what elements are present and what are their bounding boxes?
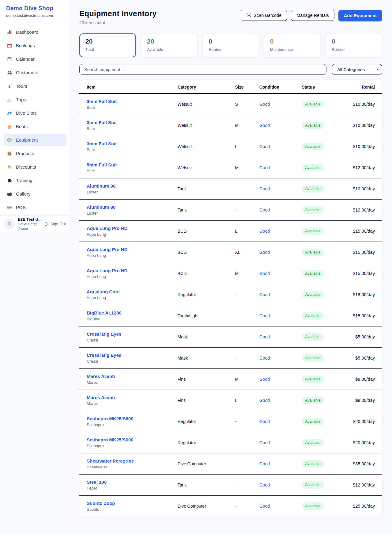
condition-link[interactable]: Good (259, 208, 270, 212)
item-name-link[interactable]: Cressi Big Eyes (87, 353, 163, 358)
status-badge: Available (302, 206, 324, 214)
condition-link[interactable]: Good (259, 313, 270, 318)
item-name-link[interactable]: BigBlue AL1200 (87, 310, 163, 315)
condition-link[interactable]: Good (259, 165, 270, 170)
table-row: 3mm Full Suit Bare Wetsuit S Good Availa… (79, 93, 382, 115)
item-name-link[interactable]: Mares Avanti (87, 374, 163, 379)
stat-card-maintenance[interactable]: 0 Maintenance (264, 33, 321, 57)
condition-link[interactable]: Good (259, 398, 270, 403)
condition-link[interactable]: Good (259, 461, 270, 466)
sidebar-item-label: Customers (16, 70, 38, 75)
sidebar-item-label: Calendar (16, 56, 35, 62)
item-name-link[interactable]: Aqua Lung Pro HD (87, 268, 163, 273)
stat-maintenance-label: Maintenance (270, 47, 315, 52)
sidebar-item-calendar[interactable]: Calendar (4, 53, 66, 65)
category-select[interactable]: All Categories (332, 64, 382, 75)
table-row: Scubapro MK25/S600 Scubapro Regulator - … (79, 432, 382, 453)
sidebar-item-boats[interactable]: Boats (4, 120, 66, 132)
stat-total-value: 20 (85, 38, 130, 45)
sidebar-item-pos[interactable]: POS (4, 201, 66, 213)
condition-link[interactable]: Good (259, 356, 270, 360)
condition-link[interactable]: Good (259, 377, 270, 382)
item-brand: Aqua Lung (87, 274, 163, 279)
item-category: Fins (170, 390, 228, 411)
table-row: Scubapro MK25/S600 Scubapro Regulator - … (79, 411, 382, 432)
scan-barcode-button[interactable]: Scan Barcode (241, 10, 287, 21)
item-name-link[interactable]: Cressi Big Eyes (87, 331, 163, 337)
sidebar-item-dashboard[interactable]: Dashboard (4, 26, 66, 38)
item-name-link[interactable]: Aqua Lung Pro HD (87, 226, 163, 231)
item-size: - (228, 474, 252, 495)
status-badge: Available (302, 333, 324, 341)
item-category: Torch/Light (170, 305, 228, 326)
item-name-link[interactable]: 3mm Full Suit (87, 141, 163, 146)
sidebar-item-bookings[interactable]: 17 Bookings (4, 40, 66, 51)
status-badge: Available (302, 439, 324, 446)
condition-link[interactable]: Good (259, 292, 270, 297)
item-name-link[interactable]: Aqua Lung Pro HD (87, 247, 163, 252)
item-category: Wetsuit (170, 136, 228, 157)
add-equipment-button[interactable]: Add Equipment (338, 10, 382, 21)
item-name-link[interactable]: Aluminum 80 (87, 183, 163, 189)
sidebar-item-label: Training (16, 178, 32, 183)
search-input[interactable] (79, 64, 326, 75)
sidebar-item-training[interactable]: Training (4, 174, 66, 186)
item-name-link[interactable]: 3mm Full Suit (87, 99, 163, 104)
condition-link[interactable]: Good (259, 102, 270, 107)
condition-link[interactable]: Good (259, 144, 270, 149)
item-name-link[interactable]: Mares Avanti (87, 395, 163, 400)
speedboat-icon (7, 97, 12, 102)
item-name-link[interactable]: Steel 100 (87, 479, 163, 485)
item-category: Mask (170, 347, 228, 368)
sidebar-item-customers[interactable]: Customers (4, 67, 66, 78)
item-size: L (228, 390, 252, 411)
item-name-link[interactable]: Shearwater Peregrine (87, 458, 163, 463)
item-name-link[interactable]: 5mm Full Suit (87, 162, 163, 167)
status-badge: Available (302, 502, 324, 510)
item-brand: Luxfer (87, 190, 163, 194)
sidebar-item-gallery[interactable]: Gallery (4, 188, 66, 200)
item-name-link[interactable]: Scubapro MK25/S600 (87, 416, 163, 421)
item-name-link[interactable]: Aqualung Core (87, 289, 163, 294)
customers-icon (7, 70, 12, 75)
sidebar-item-trips[interactable]: Trips (4, 93, 66, 105)
condition-link[interactable]: Good (259, 123, 270, 128)
stat-card-total[interactable]: 20 Total (79, 33, 136, 57)
stat-card-retired[interactable]: 0 Retired (326, 33, 382, 57)
sidebar-item-products[interactable]: Products (4, 147, 66, 159)
sidebar-item-tours[interactable]: Tours (4, 80, 66, 92)
sidebar-item-equipment[interactable]: Equipment (4, 134, 66, 146)
condition-link[interactable]: Good (259, 483, 270, 487)
stat-maintenance-value: 0 (270, 38, 315, 45)
stat-card-rented[interactable]: 0 Rented (202, 33, 259, 57)
stat-card-available[interactable]: 20 Available (141, 33, 198, 57)
sidebar-item-discounts[interactable]: Discounts (4, 161, 66, 173)
item-size: - (228, 326, 252, 347)
sidebar-item-dive-sites[interactable]: Dive Sites (4, 107, 66, 119)
item-size: XL (228, 242, 252, 263)
condition-link[interactable]: Good (259, 419, 270, 424)
condition-link[interactable]: Good (259, 229, 270, 234)
sign-out-button[interactable]: Sign Out (44, 222, 66, 226)
user-email: e2e-tester@... (18, 222, 41, 226)
manage-rentals-button[interactable]: Manage Rentals (291, 10, 334, 21)
status-badge: Available (302, 481, 324, 489)
item-name-link[interactable]: 3mm Full Suit (87, 120, 163, 125)
item-name-link[interactable]: Scubapro MK25/S600 (87, 437, 163, 442)
condition-link[interactable]: Good (259, 504, 270, 509)
item-name-link[interactable]: Aluminum 80 (87, 204, 163, 210)
condition-link[interactable]: Good (259, 186, 270, 191)
item-rental-rate: $10.00/day (340, 199, 383, 220)
item-name-link[interactable]: Suunto Zoop (87, 501, 163, 506)
item-size: - (228, 199, 252, 220)
condition-link[interactable]: Good (259, 271, 270, 276)
barcode-scan-icon (246, 13, 251, 18)
item-brand: Mares (87, 401, 163, 406)
item-size: - (228, 347, 252, 368)
condition-link[interactable]: Good (259, 250, 270, 255)
condition-link[interactable]: Good (259, 440, 270, 445)
page-title-block: Equipment Inventory 20 items total (79, 9, 156, 25)
item-brand: Scubapro (87, 422, 163, 427)
camera-icon (7, 191, 12, 197)
condition-link[interactable]: Good (259, 334, 270, 339)
